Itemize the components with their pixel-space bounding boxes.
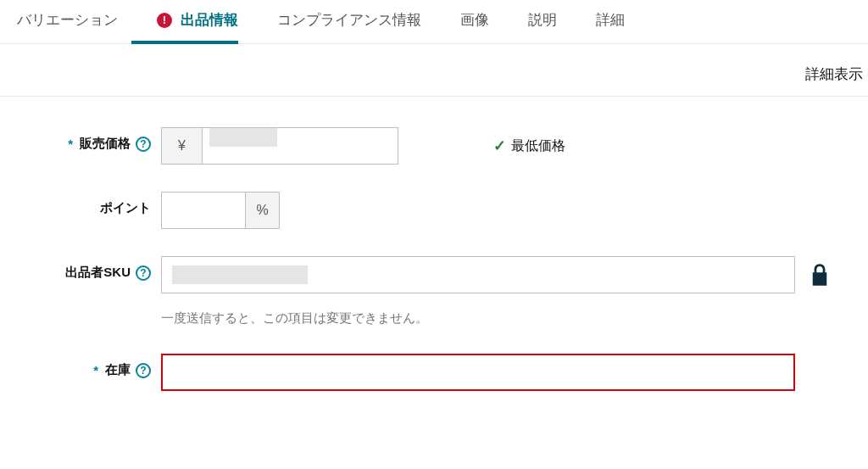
price-value-mask — [209, 128, 277, 147]
help-icon[interactable]: ? — [136, 265, 151, 281]
label-stock-text: 在庫 — [105, 362, 131, 378]
stock-input[interactable] — [161, 354, 795, 391]
sku-helper-text: 一度送信すると、この項目は変更できません。 — [161, 310, 860, 327]
tab-variation-label: バリエーション — [17, 10, 118, 30]
label-sku: 出品者SKU ? — [8, 256, 161, 281]
points-input[interactable] — [162, 193, 245, 228]
label-points: ポイント — [8, 192, 161, 216]
tab-details-label: 詳細 — [596, 10, 625, 30]
points-input-group[interactable]: % — [161, 192, 280, 229]
label-points-text: ポイント — [100, 200, 151, 216]
label-price: * 販売価格 ? — [8, 127, 161, 152]
tab-offer-label: 出品情報 — [181, 10, 238, 30]
tab-description-label: 説明 — [528, 10, 557, 30]
label-price-text: 販売価格 — [80, 136, 131, 152]
lowest-price-indicator: ✓ 最低価格 — [493, 137, 565, 155]
percent-symbol: % — [245, 193, 279, 228]
tab-compliance[interactable]: コンプライアンス情報 — [277, 10, 421, 43]
help-icon[interactable]: ? — [136, 137, 151, 152]
sku-value-mask — [172, 265, 308, 284]
tab-images-label: 画像 — [460, 10, 489, 30]
row-price: * 販売価格 ? ¥ ✓ 最低価格 — [8, 127, 860, 165]
currency-symbol: ¥ — [162, 128, 203, 164]
label-sku-text: 出品者SKU — [65, 265, 131, 281]
sku-input[interactable] — [161, 256, 795, 293]
label-stock: * 在庫 ? — [8, 354, 161, 378]
tab-variation[interactable]: バリエーション — [17, 10, 118, 43]
required-mark: * — [93, 363, 98, 377]
alert-icon: ! — [157, 13, 172, 28]
help-icon[interactable]: ? — [136, 363, 151, 378]
tab-offer[interactable]: ! 出品情報 — [157, 10, 238, 43]
view-mode-label[interactable]: 詳細表示 — [805, 66, 863, 82]
check-icon: ✓ — [493, 137, 506, 155]
price-input-group[interactable]: ¥ — [161, 127, 398, 165]
price-input[interactable] — [203, 128, 398, 164]
tab-description[interactable]: 説明 — [528, 10, 557, 43]
tab-compliance-label: コンプライアンス情報 — [277, 10, 421, 30]
form-area: * 販売価格 ? ¥ ✓ 最低価格 ポイント % — [0, 97, 868, 391]
row-points: ポイント % — [8, 192, 860, 229]
tab-images[interactable]: 画像 — [460, 10, 489, 43]
tabs-bar: バリエーション ! 出品情報 コンプライアンス情報 画像 説明 詳細 — [0, 0, 868, 44]
lowest-price-label: 最低価格 — [511, 137, 565, 155]
row-stock: * 在庫 ? — [8, 354, 860, 391]
tab-details[interactable]: 詳細 — [596, 10, 625, 43]
required-mark: * — [68, 137, 73, 151]
view-mode-row: 詳細表示 — [0, 44, 868, 97]
row-sku: 出品者SKU ? 一度送信すると、この項目は変更できません。 — [8, 256, 860, 327]
lock-icon — [810, 264, 829, 286]
